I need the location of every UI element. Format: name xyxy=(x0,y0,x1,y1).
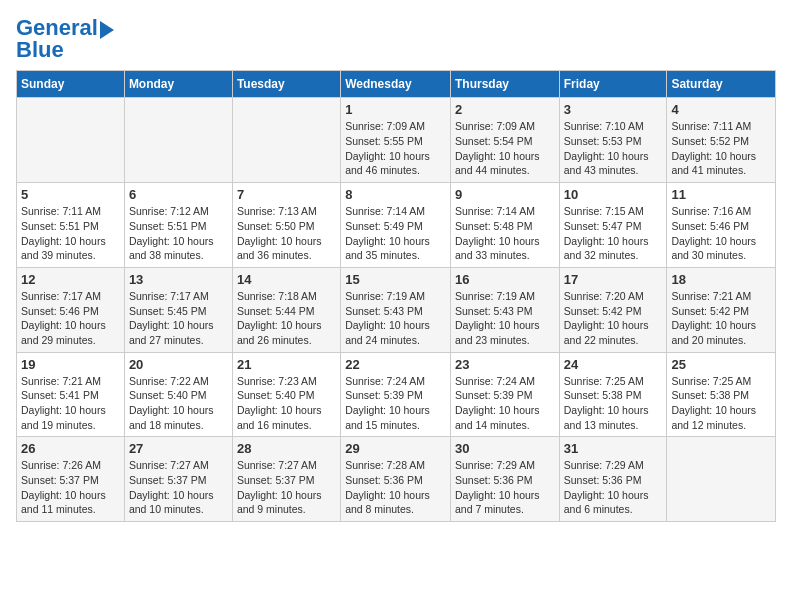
calendar-day-cell: 4Sunrise: 7:11 AM Sunset: 5:52 PM Daylig… xyxy=(667,98,776,183)
day-detail: Sunrise: 7:27 AM Sunset: 5:37 PM Dayligh… xyxy=(129,458,228,517)
day-detail: Sunrise: 7:17 AM Sunset: 5:46 PM Dayligh… xyxy=(21,289,120,348)
day-detail: Sunrise: 7:10 AM Sunset: 5:53 PM Dayligh… xyxy=(564,119,663,178)
calendar-day-cell xyxy=(667,437,776,522)
calendar-day-cell: 22Sunrise: 7:24 AM Sunset: 5:39 PM Dayli… xyxy=(341,352,451,437)
day-number: 19 xyxy=(21,357,120,372)
day-detail: Sunrise: 7:09 AM Sunset: 5:55 PM Dayligh… xyxy=(345,119,446,178)
calendar-day-cell: 13Sunrise: 7:17 AM Sunset: 5:45 PM Dayli… xyxy=(124,267,232,352)
calendar-day-cell: 27Sunrise: 7:27 AM Sunset: 5:37 PM Dayli… xyxy=(124,437,232,522)
weekday-header-row: SundayMondayTuesdayWednesdayThursdayFrid… xyxy=(17,71,776,98)
day-detail: Sunrise: 7:23 AM Sunset: 5:40 PM Dayligh… xyxy=(237,374,336,433)
day-number: 13 xyxy=(129,272,228,287)
calendar-day-cell: 1Sunrise: 7:09 AM Sunset: 5:55 PM Daylig… xyxy=(341,98,451,183)
day-number: 4 xyxy=(671,102,771,117)
day-number: 3 xyxy=(564,102,663,117)
day-number: 8 xyxy=(345,187,446,202)
day-detail: Sunrise: 7:20 AM Sunset: 5:42 PM Dayligh… xyxy=(564,289,663,348)
calendar-day-cell: 11Sunrise: 7:16 AM Sunset: 5:46 PM Dayli… xyxy=(667,183,776,268)
calendar-table: SundayMondayTuesdayWednesdayThursdayFrid… xyxy=(16,70,776,522)
day-number: 25 xyxy=(671,357,771,372)
calendar-day-cell: 14Sunrise: 7:18 AM Sunset: 5:44 PM Dayli… xyxy=(232,267,340,352)
day-number: 30 xyxy=(455,441,555,456)
calendar-day-cell: 7Sunrise: 7:13 AM Sunset: 5:50 PM Daylig… xyxy=(232,183,340,268)
calendar-day-cell: 31Sunrise: 7:29 AM Sunset: 5:36 PM Dayli… xyxy=(559,437,667,522)
calendar-day-cell: 29Sunrise: 7:28 AM Sunset: 5:36 PM Dayli… xyxy=(341,437,451,522)
day-detail: Sunrise: 7:22 AM Sunset: 5:40 PM Dayligh… xyxy=(129,374,228,433)
calendar-day-cell: 19Sunrise: 7:21 AM Sunset: 5:41 PM Dayli… xyxy=(17,352,125,437)
calendar-week-row: 1Sunrise: 7:09 AM Sunset: 5:55 PM Daylig… xyxy=(17,98,776,183)
calendar-day-cell: 30Sunrise: 7:29 AM Sunset: 5:36 PM Dayli… xyxy=(450,437,559,522)
day-number: 1 xyxy=(345,102,446,117)
day-number: 7 xyxy=(237,187,336,202)
weekday-header-cell: Saturday xyxy=(667,71,776,98)
day-detail: Sunrise: 7:16 AM Sunset: 5:46 PM Dayligh… xyxy=(671,204,771,263)
day-number: 20 xyxy=(129,357,228,372)
day-detail: Sunrise: 7:17 AM Sunset: 5:45 PM Dayligh… xyxy=(129,289,228,348)
day-detail: Sunrise: 7:18 AM Sunset: 5:44 PM Dayligh… xyxy=(237,289,336,348)
calendar-day-cell: 23Sunrise: 7:24 AM Sunset: 5:39 PM Dayli… xyxy=(450,352,559,437)
calendar-day-cell: 8Sunrise: 7:14 AM Sunset: 5:49 PM Daylig… xyxy=(341,183,451,268)
day-number: 12 xyxy=(21,272,120,287)
day-detail: Sunrise: 7:29 AM Sunset: 5:36 PM Dayligh… xyxy=(455,458,555,517)
calendar-week-row: 19Sunrise: 7:21 AM Sunset: 5:41 PM Dayli… xyxy=(17,352,776,437)
day-detail: Sunrise: 7:24 AM Sunset: 5:39 PM Dayligh… xyxy=(455,374,555,433)
day-number: 15 xyxy=(345,272,446,287)
calendar-day-cell: 25Sunrise: 7:25 AM Sunset: 5:38 PM Dayli… xyxy=(667,352,776,437)
calendar-day-cell xyxy=(232,98,340,183)
calendar-day-cell: 2Sunrise: 7:09 AM Sunset: 5:54 PM Daylig… xyxy=(450,98,559,183)
calendar-body: 1Sunrise: 7:09 AM Sunset: 5:55 PM Daylig… xyxy=(17,98,776,522)
day-detail: Sunrise: 7:15 AM Sunset: 5:47 PM Dayligh… xyxy=(564,204,663,263)
calendar-day-cell: 26Sunrise: 7:26 AM Sunset: 5:37 PM Dayli… xyxy=(17,437,125,522)
day-detail: Sunrise: 7:28 AM Sunset: 5:36 PM Dayligh… xyxy=(345,458,446,517)
day-detail: Sunrise: 7:13 AM Sunset: 5:50 PM Dayligh… xyxy=(237,204,336,263)
page-header: General Blue xyxy=(16,16,776,62)
calendar-day-cell: 10Sunrise: 7:15 AM Sunset: 5:47 PM Dayli… xyxy=(559,183,667,268)
logo-arrow-icon xyxy=(100,21,114,39)
weekday-header-cell: Thursday xyxy=(450,71,559,98)
calendar-day-cell: 5Sunrise: 7:11 AM Sunset: 5:51 PM Daylig… xyxy=(17,183,125,268)
calendar-week-row: 26Sunrise: 7:26 AM Sunset: 5:37 PM Dayli… xyxy=(17,437,776,522)
calendar-day-cell xyxy=(17,98,125,183)
day-number: 31 xyxy=(564,441,663,456)
day-detail: Sunrise: 7:26 AM Sunset: 5:37 PM Dayligh… xyxy=(21,458,120,517)
day-number: 9 xyxy=(455,187,555,202)
day-number: 21 xyxy=(237,357,336,372)
day-number: 16 xyxy=(455,272,555,287)
calendar-day-cell: 18Sunrise: 7:21 AM Sunset: 5:42 PM Dayli… xyxy=(667,267,776,352)
day-number: 22 xyxy=(345,357,446,372)
day-detail: Sunrise: 7:25 AM Sunset: 5:38 PM Dayligh… xyxy=(564,374,663,433)
day-detail: Sunrise: 7:11 AM Sunset: 5:52 PM Dayligh… xyxy=(671,119,771,178)
logo-blue-text: Blue xyxy=(16,38,64,62)
calendar-day-cell: 28Sunrise: 7:27 AM Sunset: 5:37 PM Dayli… xyxy=(232,437,340,522)
calendar-day-cell: 12Sunrise: 7:17 AM Sunset: 5:46 PM Dayli… xyxy=(17,267,125,352)
day-number: 27 xyxy=(129,441,228,456)
calendar-day-cell: 9Sunrise: 7:14 AM Sunset: 5:48 PM Daylig… xyxy=(450,183,559,268)
calendar-day-cell: 20Sunrise: 7:22 AM Sunset: 5:40 PM Dayli… xyxy=(124,352,232,437)
calendar-day-cell: 21Sunrise: 7:23 AM Sunset: 5:40 PM Dayli… xyxy=(232,352,340,437)
day-detail: Sunrise: 7:19 AM Sunset: 5:43 PM Dayligh… xyxy=(455,289,555,348)
weekday-header-cell: Wednesday xyxy=(341,71,451,98)
calendar-day-cell xyxy=(124,98,232,183)
day-number: 18 xyxy=(671,272,771,287)
day-number: 6 xyxy=(129,187,228,202)
day-detail: Sunrise: 7:21 AM Sunset: 5:41 PM Dayligh… xyxy=(21,374,120,433)
calendar-week-row: 12Sunrise: 7:17 AM Sunset: 5:46 PM Dayli… xyxy=(17,267,776,352)
day-number: 26 xyxy=(21,441,120,456)
weekday-header-cell: Monday xyxy=(124,71,232,98)
day-number: 10 xyxy=(564,187,663,202)
day-detail: Sunrise: 7:25 AM Sunset: 5:38 PM Dayligh… xyxy=(671,374,771,433)
day-detail: Sunrise: 7:12 AM Sunset: 5:51 PM Dayligh… xyxy=(129,204,228,263)
weekday-header-cell: Friday xyxy=(559,71,667,98)
day-detail: Sunrise: 7:24 AM Sunset: 5:39 PM Dayligh… xyxy=(345,374,446,433)
calendar-day-cell: 15Sunrise: 7:19 AM Sunset: 5:43 PM Dayli… xyxy=(341,267,451,352)
day-detail: Sunrise: 7:11 AM Sunset: 5:51 PM Dayligh… xyxy=(21,204,120,263)
day-number: 23 xyxy=(455,357,555,372)
calendar-day-cell: 17Sunrise: 7:20 AM Sunset: 5:42 PM Dayli… xyxy=(559,267,667,352)
day-number: 14 xyxy=(237,272,336,287)
day-detail: Sunrise: 7:29 AM Sunset: 5:36 PM Dayligh… xyxy=(564,458,663,517)
day-number: 17 xyxy=(564,272,663,287)
calendar-day-cell: 24Sunrise: 7:25 AM Sunset: 5:38 PM Dayli… xyxy=(559,352,667,437)
day-number: 11 xyxy=(671,187,771,202)
weekday-header-cell: Sunday xyxy=(17,71,125,98)
calendar-week-row: 5Sunrise: 7:11 AM Sunset: 5:51 PM Daylig… xyxy=(17,183,776,268)
